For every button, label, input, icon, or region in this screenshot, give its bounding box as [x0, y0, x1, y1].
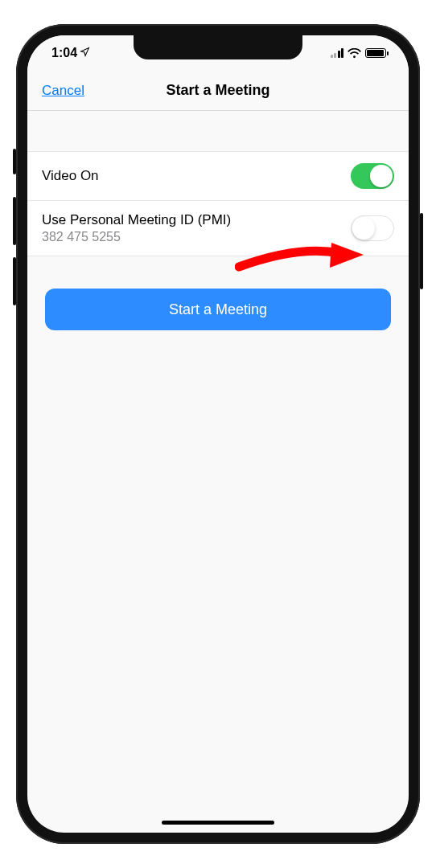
svg-point-0 [353, 55, 356, 58]
cellular-signal-icon [331, 48, 344, 58]
home-indicator[interactable] [162, 821, 274, 825]
power-button [420, 213, 423, 289]
start-meeting-button[interactable]: Start a Meeting [45, 289, 391, 330]
phone-frame: 1:04 Can [16, 24, 420, 844]
silence-switch [13, 149, 16, 174]
video-on-toggle[interactable] [351, 163, 394, 189]
settings-group: Video On Use Personal Meeting ID (PMI) 3… [27, 151, 409, 256]
notch [134, 35, 302, 59]
cancel-button[interactable]: Cancel [42, 83, 84, 99]
wifi-icon [348, 48, 361, 59]
video-on-row: Video On [27, 152, 409, 200]
location-icon [80, 46, 90, 60]
status-left: 1:04 [51, 46, 90, 60]
battery-icon [365, 48, 386, 58]
video-on-label: Video On [42, 168, 99, 184]
screen: 1:04 Can [27, 35, 409, 833]
pmi-row: Use Personal Meeting ID (PMI) 382 475 52… [27, 200, 409, 256]
pmi-label: Use Personal Meeting ID (PMI) [42, 212, 231, 228]
page-title: Start a Meeting [27, 82, 409, 99]
pmi-toggle[interactable] [351, 215, 394, 241]
content: Video On Use Personal Meeting ID (PMI) 3… [27, 151, 409, 330]
nav-bar: Cancel Start a Meeting [27, 71, 409, 111]
volume-down-button [13, 257, 16, 305]
volume-up-button [13, 197, 16, 245]
pmi-value: 382 475 5255 [42, 230, 231, 244]
status-right [331, 48, 387, 59]
status-time: 1:04 [51, 46, 77, 60]
